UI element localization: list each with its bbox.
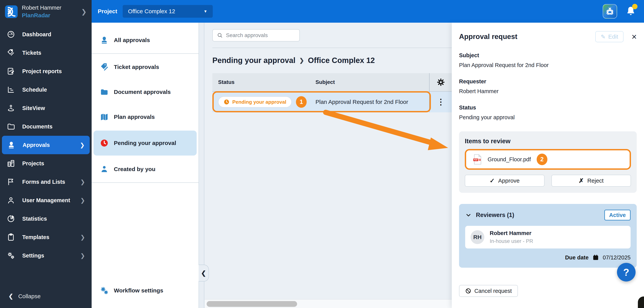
ai-assistant-button[interactable] (602, 4, 617, 19)
collapse-panel-button[interactable]: ❮ (198, 265, 209, 281)
cancel-request-label: Cancel request (474, 288, 512, 294)
user-expand-icon[interactable]: ❯ (81, 8, 87, 16)
person-icon (6, 196, 15, 205)
category-plan-approvals[interactable]: Plan approvals (92, 104, 198, 129)
workflow-settings-label: Workflow settings (114, 287, 163, 294)
category-created-by-you[interactable]: Created by you (92, 157, 198, 182)
column-header-subject[interactable]: Subject (296, 73, 429, 91)
sidebar-item-projects[interactable]: Projects (0, 154, 92, 173)
app-root: Robert Hammer PlanRadar ❯ Dashboard (0, 0, 644, 308)
edit-button-label: Edit (608, 33, 618, 40)
review-file-item[interactable]: PDF Ground_Floor.pdf 2 (466, 150, 630, 169)
main-column: Project Office Complex 12 ▼ (92, 0, 644, 308)
table-settings-button[interactable] (437, 78, 445, 86)
sidebar-item-dashboard[interactable]: Dashboard (0, 25, 92, 44)
sidebar-item-tickets[interactable]: Tickets (0, 44, 92, 62)
tag-icon (99, 62, 109, 72)
siteview-icon (6, 104, 15, 112)
sidebar-item-label: Tickets (22, 50, 41, 56)
sidebar-item-settings[interactable]: Settings ❯ (0, 246, 92, 265)
reject-button[interactable]: ✗ Reject (552, 175, 631, 187)
map-icon (99, 112, 109, 122)
edit-button[interactable]: ✎ Edit (595, 31, 624, 42)
row-subject-text: Plan Approval Request for 2nd Floor (316, 99, 408, 105)
scrollbar-thumb[interactable] (206, 301, 297, 307)
horizontal-scrollbar[interactable] (205, 299, 452, 308)
search-box[interactable] (212, 29, 300, 42)
category-pending-your-approval[interactable]: Pending your approval (94, 130, 197, 156)
chevron-down-icon (465, 212, 472, 218)
column-header-status[interactable]: Status (212, 73, 296, 91)
category-label: Document approvals (114, 89, 171, 95)
stamp-icon (99, 35, 109, 45)
field-subject: Subject Plan Approval Request for 2nd Fl… (459, 52, 637, 68)
approve-button-label: Approve (498, 178, 520, 184)
category-ticket-approvals[interactable]: Ticket approvals (92, 55, 198, 79)
reviewers-title: Reviewers (1) (476, 212, 514, 219)
items-to-review-title: Items to review (465, 137, 631, 145)
cancel-request-button[interactable]: Cancel request (459, 285, 518, 297)
project-selector-value: Office Complex 12 (128, 8, 175, 15)
chevron-left-icon: ❮ (8, 293, 13, 299)
sidebar-item-label: Schedule (22, 87, 47, 93)
reject-button-label: Reject (587, 178, 604, 184)
content-row: All approvals Ticket approvals (92, 23, 644, 308)
sidebar-item-schedule[interactable]: Schedule (0, 80, 92, 99)
sidebar-item-label: User Management (22, 197, 70, 204)
row-actions-cell: ⋮ (429, 92, 452, 112)
row-menu-button[interactable]: ⋮ (437, 98, 445, 106)
chevron-right-icon: ❯ (80, 142, 85, 148)
detail-title: Approval request (459, 33, 517, 41)
reviewer-card[interactable]: RH Robert Hammer In-house user - PR (465, 226, 630, 248)
svg-text:PDF: PDF (474, 159, 478, 161)
field-label: Requester (459, 78, 637, 85)
sidebar-item-documents[interactable]: Documents (0, 117, 92, 136)
search-input[interactable] (226, 32, 295, 38)
report-icon (6, 67, 15, 76)
sidebar-item-forms-and-lists[interactable]: Forms and Lists ❯ (0, 173, 92, 191)
folder-icon (6, 122, 15, 131)
sidebar-item-user-management[interactable]: User Management ❯ (0, 191, 92, 210)
sidebar-item-project-reports[interactable]: Project reports (0, 62, 92, 80)
sidebar-item-approvals[interactable]: Approvals ❯ (2, 136, 90, 154)
annotation-ring-file: PDF Ground_Floor.pdf 2 (465, 149, 631, 170)
user-card[interactable]: Robert Hammer PlanRadar ❯ (0, 0, 92, 23)
field-status: Status Pending your approval (459, 104, 637, 121)
status-pill-label: Pending your approval (232, 99, 286, 105)
pie-chart-icon (6, 214, 15, 223)
sidebar-item-statistics[interactable]: Statistics (0, 210, 92, 228)
field-value: Robert Hammer (459, 88, 637, 94)
notifications-button[interactable] (626, 6, 636, 17)
close-icon[interactable]: × (632, 32, 637, 41)
sidebar-item-label: SiteView (22, 105, 45, 111)
help-icon: ? (623, 266, 630, 278)
category-all-approvals[interactable]: All approvals (92, 28, 198, 53)
reviewers-header[interactable]: Reviewers (1) Active (465, 210, 630, 220)
items-to-review-section: Items to review PDF Ground_Floo (459, 131, 637, 193)
cancel-slash-icon (465, 288, 471, 294)
planradar-logo-icon (5, 5, 18, 18)
detail-header: Approval request ✎ Edit × (459, 31, 637, 42)
sidebar-item-templates[interactable]: Templates ❯ (0, 228, 92, 246)
flag-icon (6, 178, 15, 186)
field-value: Plan Approval Request for 2nd Floor (459, 62, 637, 68)
breadcrumb-parent[interactable]: Pending your approval (212, 56, 295, 65)
sidebar-item-label: Documents (22, 123, 52, 130)
notification-badge (632, 4, 638, 9)
sidebar-item-siteview[interactable]: SiteView (0, 99, 92, 117)
project-selector[interactable]: Office Complex 12 ▼ (123, 5, 213, 18)
active-status-button[interactable]: Active (604, 210, 630, 220)
gears-icon (6, 251, 15, 260)
category-document-approvals[interactable]: Document approvals (92, 79, 198, 104)
breadcrumb: Pending your approval ❯ Office Complex 1… (212, 56, 452, 65)
sidebar-item-label: Statistics (22, 216, 47, 222)
approve-button[interactable]: ✓ Approve (465, 175, 544, 187)
gear-icon (437, 78, 445, 86)
approvals-category-panel: All approvals Ticket approvals (92, 23, 198, 308)
help-button[interactable]: ? (617, 263, 636, 281)
cross-icon: ✗ (579, 177, 584, 184)
sidebar-collapse-button[interactable]: ❮ Collapse (0, 287, 92, 308)
pencil-icon: ✎ (601, 33, 606, 40)
table-row[interactable]: Pending your approval 1 Plan Approval Re… (212, 92, 452, 112)
workflow-settings-item[interactable]: Workflow settings (92, 278, 198, 303)
